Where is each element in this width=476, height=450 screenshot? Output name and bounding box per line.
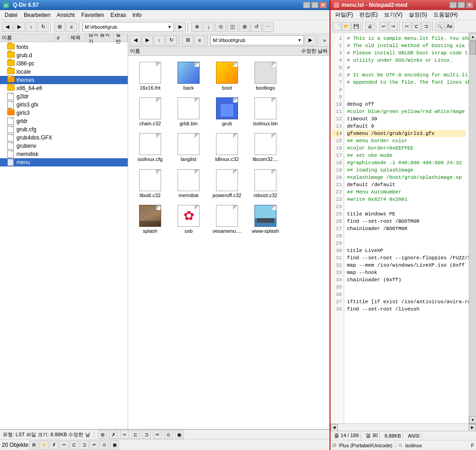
col-album[interactable]: 알반 [114, 34, 128, 42]
btm-btn9[interactable]: ▣ [110, 440, 119, 450]
file-isolinuxcfg[interactable]: isolinux.cfg [132, 131, 168, 165]
np-copy-btn[interactable]: ⊏ [412, 22, 421, 31]
view-btn2[interactable]: ≡ [66, 22, 77, 32]
np-paste-btn[interactable]: ⊐ [422, 22, 431, 31]
file-chainc32[interactable]: chain.c32 [132, 95, 168, 129]
folder-item-grubd[interactable]: grub.d [0, 51, 128, 59]
np-scroll-up-btn[interactable]: ▲ [469, 33, 476, 40]
np-print-btn[interactable]: 🖨 [365, 22, 374, 31]
right-fwd-btn[interactable]: ▶ [142, 35, 153, 45]
folder-item-locale[interactable]: locale [0, 68, 128, 76]
code-content[interactable]: # This is a sample menu.lst file. You sh… [344, 33, 469, 423]
col-artist[interactable]: 참여 음악가 [87, 34, 114, 42]
np-redo-btn[interactable]: ↪ [389, 22, 398, 31]
menu-info[interactable]: Info [130, 11, 144, 19]
btm-btn1[interactable]: ⊞ [29, 440, 38, 450]
close-button[interactable]: ✕ [319, 2, 327, 8]
folder-item-girls3[interactable]: girls3 [0, 109, 128, 117]
np-menu-help[interactable]: 도움말(H) [431, 10, 460, 20]
btm-btn4[interactable]: ✂ [60, 440, 69, 450]
file-isolinuxbin[interactable]: isolinux.bin [247, 95, 284, 129]
status-btn5[interactable]: ⊐ [142, 430, 151, 439]
refresh-button[interactable]: ↻ [38, 22, 49, 32]
np-scroll-thumb[interactable] [470, 41, 476, 54]
status-btn1[interactable]: ⊞ [98, 430, 107, 439]
file-item-grubenv[interactable]: grubenv [0, 142, 128, 150]
btm-btn5[interactable]: ⊏ [70, 440, 79, 450]
minimize-button[interactable]: _ [303, 2, 310, 8]
file-item-grldr[interactable]: grldr [0, 117, 128, 125]
folder-item-i386[interactable]: i386-pc [0, 59, 128, 68]
status-btn4[interactable]: ⊏ [131, 430, 140, 439]
np-menu-file[interactable]: 파일(F) [332, 10, 356, 20]
file-libutilc32[interactable]: libutil.c32 [132, 167, 168, 201]
status-btn6[interactable]: ✏ [153, 430, 162, 439]
menu-bearbeiten[interactable]: Bearbeiten [21, 11, 53, 19]
np-menu-edit[interactable]: 편집(E) [357, 10, 380, 20]
file-item-g2ldr[interactable]: g2ldr [0, 92, 128, 101]
btn-extra6[interactable]: ↺ [251, 22, 262, 32]
np-menu-settings[interactable]: 설정(S) [406, 10, 430, 20]
folder-item-x86[interactable]: x86_64-efi [0, 84, 128, 92]
file-usb[interactable]: ✿ usb [170, 203, 207, 236]
file-boot[interactable]: boot [209, 59, 245, 93]
np-find-btn[interactable]: 🔍 [435, 22, 444, 31]
np-scrollbar-h[interactable]: ◀ ▶ [330, 423, 476, 431]
right-up-btn[interactable]: ↑ [154, 35, 165, 45]
menu-favoriten[interactable]: Favoriten [78, 11, 107, 19]
menu-datei[interactable]: Datei [2, 11, 20, 19]
btm-btn8[interactable]: ⊙ [100, 440, 109, 450]
status-btn2[interactable]: ✗ [109, 430, 118, 439]
file-libcom32[interactable]: libcom32.... [247, 131, 284, 165]
back-button[interactable]: ◀ [2, 22, 13, 32]
btm-btn2[interactable]: ⚡ [39, 440, 49, 450]
go-button[interactable]: ▶ [175, 22, 186, 32]
file-vesamenu[interactable]: vesamenu.... [209, 203, 245, 236]
menu-extras[interactable]: Extras [108, 11, 129, 19]
file-ldlinuxc32[interactable]: ldlinux.c32 [209, 131, 245, 165]
view-btn1[interactable]: ⊞ [54, 22, 65, 32]
np-close-btn[interactable]: ✕ [466, 2, 473, 8]
file-grub[interactable]: grub [209, 95, 245, 129]
file-langlist[interactable]: langlist [170, 131, 207, 165]
btn-extra2[interactable]: ↕ [203, 22, 214, 32]
folder-item-fonts[interactable]: fonts [0, 43, 128, 51]
file-splash[interactable]: splash [132, 203, 168, 236]
file-item-grubcfg[interactable]: grub.cfg [0, 125, 128, 134]
status-btn7[interactable]: ⊙ [164, 430, 173, 439]
forward-button[interactable]: ▶ [14, 22, 25, 32]
col-name[interactable]: 이름 [0, 34, 55, 42]
maximize-button[interactable]: □ [311, 2, 319, 8]
np-undo-btn[interactable]: ↩ [379, 22, 388, 31]
status-btn8[interactable]: ▣ [175, 430, 184, 439]
np-scrollbar-v[interactable]: ▲ ▼ [469, 33, 476, 423]
np-save-btn[interactable]: 💾 [352, 22, 361, 31]
np-scroll-down-btn[interactable]: ▼ [469, 416, 476, 423]
file-poweroffc32[interactable]: poweroff.c32 [209, 167, 245, 201]
right-view1[interactable]: ⊞ [182, 35, 193, 45]
expand-icon[interactable]: » [321, 38, 328, 43]
file-bootlogo[interactable]: bootlogo [247, 59, 284, 93]
up-button[interactable]: ↑ [26, 22, 37, 32]
right-go-btn[interactable]: ▶ [305, 35, 316, 45]
btm-btn6[interactable]: ⊐ [80, 440, 89, 450]
np-cut-btn[interactable]: ✂ [402, 22, 411, 31]
file-item-menu[interactable]: menu [0, 158, 128, 166]
right-address-bar[interactable]: M:\#boot#grub ▼ [211, 35, 304, 45]
status-btn3[interactable]: ✂ [120, 430, 129, 439]
right-refresh-btn[interactable]: ↻ [166, 35, 177, 45]
col-num[interactable]: # [55, 34, 69, 42]
file-grldrbin[interactable]: grldr.bin [170, 95, 207, 129]
np-scroll-track[interactable] [469, 40, 476, 416]
btm-btn7[interactable]: ✏ [90, 440, 99, 450]
file-item-girls3gfx[interactable]: girls3.gfx [0, 101, 128, 109]
np-menu-view[interactable]: 보기(V) [381, 10, 405, 20]
file-item-memdisk[interactable]: memdisk [0, 150, 128, 158]
file-back[interactable]: back [170, 59, 207, 93]
right-col-name[interactable]: 이름 [130, 48, 301, 54]
menu-ansicht[interactable]: Ansicht [54, 11, 77, 19]
np-new-btn[interactable]: 📄 [332, 22, 341, 31]
np-scroll-left-btn[interactable]: ◀ [330, 424, 338, 431]
file-16x16fnt[interactable]: 16x16.fnt [132, 59, 168, 93]
file-rebootc32[interactable]: reboot.c32 [247, 167, 284, 201]
